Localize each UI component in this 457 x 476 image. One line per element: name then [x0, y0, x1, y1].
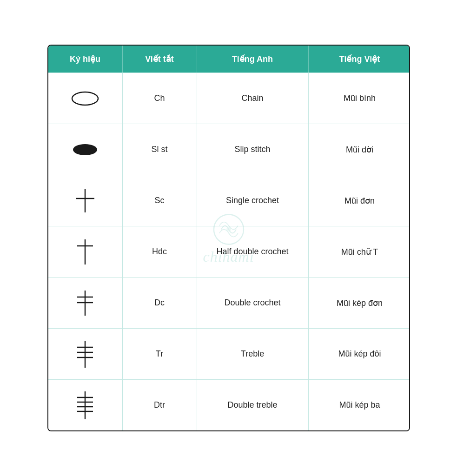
table-row: Sl st Slip stitch Mũi dời: [48, 124, 409, 175]
abbr-halfdouble: Hdc: [123, 226, 197, 277]
english-halfdouble: Half double crochet: [197, 226, 309, 277]
symbol-double: [48, 278, 123, 328]
abbr-doubletreble: Dtr: [123, 380, 197, 430]
header-english: Tiếng Anh: [197, 46, 309, 73]
abbr-double: Dc: [123, 278, 197, 328]
abbr-slipstitch: Sl st: [123, 124, 197, 175]
english-singlecrochet: Single crochet: [197, 175, 309, 226]
svg-point-3: [73, 144, 97, 155]
header-abbr: Viết tắt: [123, 46, 197, 73]
table-row: Sc Single crochet Mũi đơn: [48, 175, 409, 226]
header-symbol: Ký hiệu: [48, 46, 123, 73]
crochet-table: chihami Ký hiệu Viết tắt Tiếng Anh Tiếng…: [47, 45, 410, 431]
table-header: Ký hiệu Viết tắt Tiếng Anh Tiếng Việt: [48, 46, 409, 73]
abbr-chain: Ch: [123, 73, 197, 124]
symbol-doubletreble: [48, 380, 123, 430]
table-row: Dc Double crochet Mũi kép đơn: [48, 277, 409, 328]
vietnamese-doubletreble: Mũi kép ba: [309, 380, 410, 430]
table-row: Ch Chain Mũi bính: [48, 73, 409, 124]
symbol-chain: [48, 73, 123, 124]
english-doubletreble: Double treble: [197, 380, 309, 430]
table-row: Hdc Half double crochet Mũi chữ T: [48, 226, 409, 277]
symbol-singlecrochet: [48, 175, 123, 226]
english-treble: Treble: [197, 329, 309, 379]
table-row: Tr Treble Mũi kép đôi: [48, 328, 409, 379]
svg-point-2: [72, 92, 98, 105]
abbr-singlecrochet: Sc: [123, 175, 197, 226]
english-double: Double crochet: [197, 278, 309, 328]
symbol-halfdouble: [48, 226, 123, 277]
symbol-treble: [48, 329, 123, 379]
vietnamese-halfdouble: Mũi chữ T: [309, 226, 410, 277]
vietnamese-singlecrochet: Mũi đơn: [309, 175, 410, 226]
english-slipstitch: Slip stitch: [197, 124, 309, 175]
header-vietnamese: Tiếng Việt: [309, 46, 410, 73]
vietnamese-slipstitch: Mũi dời: [309, 124, 410, 175]
abbr-treble: Tr: [123, 329, 197, 379]
vietnamese-treble: Mũi kép đôi: [309, 329, 410, 379]
symbol-slipstitch: [48, 124, 123, 175]
english-chain: Chain: [197, 73, 309, 124]
vietnamese-chain: Mũi bính: [309, 73, 410, 124]
table-row: Dtr Double treble Mũi kép ba: [48, 379, 409, 430]
vietnamese-double: Mũi kép đơn: [309, 278, 410, 328]
